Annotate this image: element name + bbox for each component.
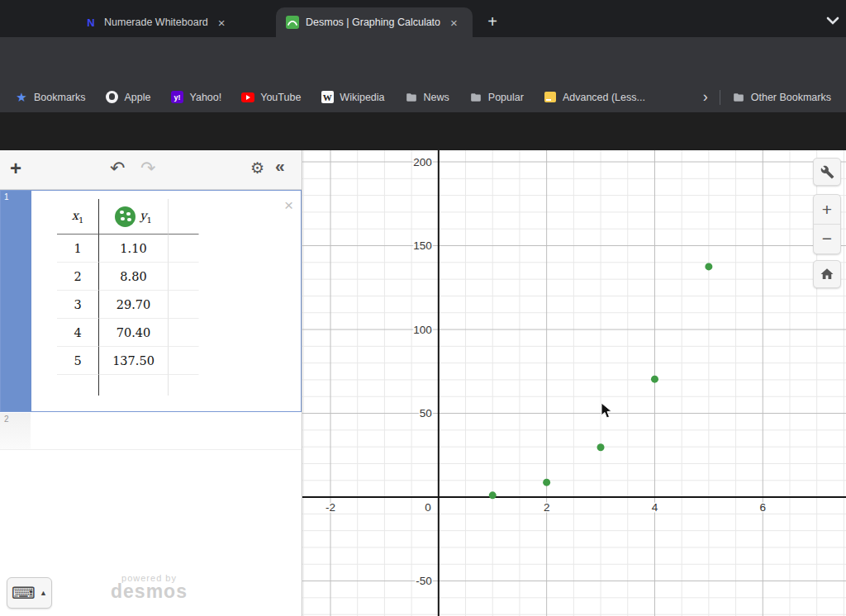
bookmarks-bar-right: › Other Bookmarks [703,82,839,112]
expression-toolbar: + ↶ ↷ ⚙ « [0,150,302,190]
bookmark-item[interactable]: YouTube [241,91,301,104]
tab-close-icon[interactable]: × [450,16,458,30]
table-header-spacer[interactable] [169,199,199,235]
bookmark-label: Yahoo! [190,92,222,103]
table-cell-y[interactable]: 8.80 [99,263,169,291]
browser-window: NNumerade Whiteboard×Desmos | Graphing C… [0,0,846,616]
table-column-header-y[interactable]: y1 [99,199,169,235]
bookmark-label: Wikipedia [340,92,384,103]
table-tail[interactable] [99,375,169,396]
svg-text:6: 6 [760,501,767,514]
table-cell-x[interactable]: 4 [57,319,99,347]
browser-toolbar: ← → ↻ desmos.com/calculator ☆ [0,37,846,82]
expression-1-gutter[interactable]: 1 [1,191,31,411]
table-row-spacer[interactable] [169,347,199,375]
bookmark-item[interactable]: News [405,91,449,104]
table-cell-x[interactable]: 5 [57,347,99,375]
yahoo-icon: y! [171,91,184,104]
desmos-favicon-icon [286,16,299,29]
table-tail[interactable] [57,375,99,396]
watermark-line2: desmos [81,583,217,599]
point-style-icon[interactable] [115,206,135,227]
apple-icon [106,91,119,104]
new-tab-button[interactable]: + [482,12,502,32]
svg-text:50: 50 [420,407,432,419]
folder-icon [469,91,482,104]
bookmark-item[interactable]: Advanced (Less... [544,91,645,104]
collapse-panel-icon[interactable]: « [275,156,285,176]
bookmark-label: Apple [125,92,151,103]
svg-text:200: 200 [413,156,432,168]
default-view-home-button[interactable] [813,260,841,288]
zoom-out-button[interactable]: − [814,224,840,254]
table-cell-x[interactable]: 1 [57,235,99,263]
browser-tab[interactable]: Desmos | Graphing Calculato× [276,7,473,37]
svg-text:-2: -2 [326,501,335,514]
expression-2-gutter: 2 [0,413,31,449]
bookmark-label: Advanced (Less... [563,92,645,103]
other-bookmarks-button[interactable]: Other Bookmarks [732,91,831,104]
data-table[interactable]: x1y111.1028.80329.70470.405137.50 [57,199,199,396]
table-tail[interactable] [169,375,199,396]
folder-icon [405,91,418,104]
bookmark-item[interactable]: y!Yahoo! [171,91,222,104]
close-expression-icon[interactable]: × [284,197,293,215]
folder-icon [732,91,745,104]
graph-settings-button[interactable] [813,158,841,186]
mouse-cursor [601,402,614,420]
table-cell-y[interactable]: 70.40 [99,319,169,347]
triangle-up-icon: ▲ [40,589,47,597]
redo-icon[interactable]: ↷ [140,158,155,179]
bookmark-item[interactable]: ★Bookmarks [15,91,86,104]
table-cell-x[interactable]: 3 [57,291,99,319]
bookmark-label: Bookmarks [34,92,86,103]
bookmark-label: Popular [488,92,524,103]
table-cell-y[interactable]: 29.70 [99,291,169,319]
undo-icon[interactable]: ↶ [110,158,125,179]
table-row-spacer[interactable] [169,263,199,291]
bookmarks-separator [720,90,720,105]
table-row-spacer[interactable] [169,235,199,263]
expression-panel: + ↶ ↷ ⚙ « 1 × x1y111.1028.80329.70470.40… [0,150,302,616]
bookmark-item[interactable]: Popular [469,91,524,104]
show-keyboard-button[interactable]: ⌨ ▲ [7,577,52,609]
tab-title: Numerade Whiteboard [104,17,208,28]
tab-search-chevron-icon[interactable] [826,17,839,25]
bookmark-item[interactable]: Apple [106,91,151,104]
tab-title: Desmos | Graphing Calculato [306,17,440,28]
tab-strip: NNumerade Whiteboard×Desmos | Graphing C… [0,0,846,37]
zoom-in-button[interactable]: + [814,195,840,225]
table-row-spacer[interactable] [169,319,199,347]
tab-close-icon[interactable]: × [218,16,226,30]
graph-paper[interactable]: -2024620015010050-50 + − [302,150,846,616]
bookmarks-overflow-chevron-icon[interactable]: › [703,88,708,106]
scatter-point [597,443,605,451]
yellow-doc-icon [544,91,557,104]
svg-text:150: 150 [413,239,432,252]
bookmark-item[interactable]: WWikipedia [321,91,384,104]
svg-text:0: 0 [425,501,431,514]
svg-text:2: 2 [544,501,550,514]
scatter-point [489,491,497,499]
bookmark-label: YouTube [260,92,301,103]
add-expression-icon[interactable]: + [10,157,21,180]
table-cell-y[interactable]: 137.50 [99,347,169,375]
bookmark-label: News [424,92,449,103]
table-cell-x[interactable]: 2 [57,263,99,291]
expression-1-index: 1 [4,192,9,201]
expression-2-index: 2 [4,415,9,424]
browser-tab[interactable]: NNumerade Whiteboard× [74,7,273,37]
home-icon [820,267,834,282]
wikipedia-icon: W [321,91,334,104]
table-cell-y[interactable]: 1.10 [99,235,169,263]
table-column-header-x[interactable]: x1 [57,199,99,235]
zoom-controls: + − [813,194,841,254]
scatter-point [543,479,550,486]
expression-item-1[interactable]: 1 × x1y111.1028.80329.70470.405137.50 [0,190,302,412]
expression-item-2[interactable]: 2 [0,413,302,450]
edit-list-gear-icon[interactable]: ⚙ [250,159,264,178]
scatter-plot: -2024620015010050-50 [302,150,846,616]
table-row-spacer[interactable] [169,291,199,319]
star-blue-icon: ★ [15,91,28,104]
desmos-header: Untitled Graph desmos Log In or Sign Up … [0,112,846,150]
